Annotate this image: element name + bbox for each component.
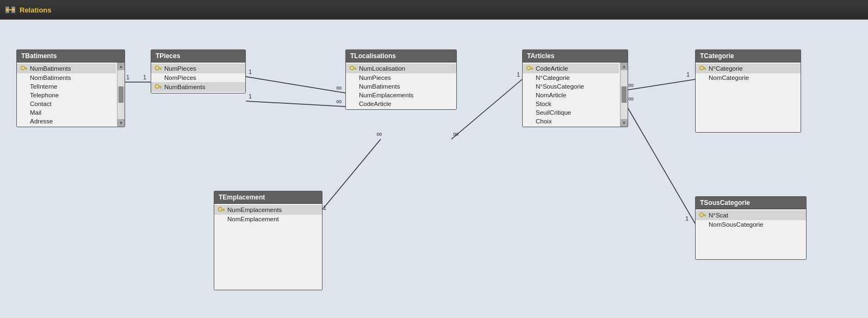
scroll-down[interactable]: ▼ xyxy=(117,119,125,127)
svg-rect-34 xyxy=(160,88,162,89)
title-bar-text: Relations xyxy=(20,6,52,14)
svg-text:1: 1 xyxy=(126,74,129,80)
svg-text:∞: ∞ xyxy=(628,80,634,89)
table-row: NomBatiments xyxy=(17,73,116,82)
scroll-down[interactable]: ▼ xyxy=(621,119,628,127)
svg-rect-36 xyxy=(354,68,356,69)
svg-text:1: 1 xyxy=(143,74,146,80)
table-header-tpieces: TPieces xyxy=(151,50,245,63)
svg-rect-31 xyxy=(160,69,162,70)
key-icon xyxy=(154,83,162,91)
svg-line-8 xyxy=(246,77,345,93)
svg-text:1: 1 xyxy=(249,93,252,99)
svg-rect-39 xyxy=(530,68,533,69)
table-tlocalisations: TLocalisations NumLocalisation NumPieces… xyxy=(345,49,457,110)
key-icon xyxy=(20,65,28,72)
svg-text:∞: ∞ xyxy=(628,94,634,103)
svg-rect-27 xyxy=(24,68,27,69)
table-row: Mail xyxy=(17,108,116,117)
svg-text:1: 1 xyxy=(249,68,252,75)
svg-rect-46 xyxy=(224,210,225,211)
table-row: NumPieces xyxy=(346,73,456,82)
svg-point-26 xyxy=(21,66,25,70)
table-header-tlocalisations: TLocalisations xyxy=(346,50,456,63)
svg-point-35 xyxy=(350,66,354,70)
table-row: NomSousCategorie xyxy=(696,220,806,229)
canvas: 1 1 1 ∞ 1 ∞ 1 ∞ ∞ 1 ∞ 1 ∞ 1 TBatiments xyxy=(0,20,868,318)
svg-line-11 xyxy=(246,101,345,107)
table-row: NomCategorie xyxy=(696,73,801,82)
table-row xyxy=(696,248,806,258)
scroll-up[interactable]: ▲ xyxy=(117,63,125,70)
table-row: N°Categorie xyxy=(696,64,801,73)
table-row: Adresse xyxy=(17,117,116,126)
svg-point-4 xyxy=(12,9,15,11)
svg-point-47 xyxy=(700,213,704,217)
svg-text:∞: ∞ xyxy=(336,97,342,105)
svg-rect-28 xyxy=(26,69,27,70)
scroll-up[interactable]: ▲ xyxy=(621,63,628,70)
svg-line-17 xyxy=(451,79,522,139)
table-row xyxy=(696,92,801,102)
table-row: Stock xyxy=(523,99,619,108)
table-header-templacement: TEmplacement xyxy=(214,191,322,204)
key-icon xyxy=(526,65,534,72)
table-row: Choix xyxy=(523,117,619,126)
table-row: NomEmplacement xyxy=(214,215,322,223)
table-row xyxy=(696,121,801,131)
table-tcategorie: TCategorie N°Categorie NomCategorie xyxy=(695,49,801,133)
table-row: SeuilCritique xyxy=(523,108,619,117)
svg-point-38 xyxy=(527,66,531,70)
svg-text:1: 1 xyxy=(685,215,689,222)
table-row: CodeArticle xyxy=(523,64,619,73)
table-header-tcategorie: TCategorie xyxy=(696,50,801,63)
table-row: N°Scat xyxy=(696,210,806,220)
svg-point-3 xyxy=(6,9,9,11)
table-row: Contact xyxy=(17,99,116,108)
table-tarticles: TArticles CodeArticle N°Categorie N°Sous… xyxy=(522,49,628,127)
table-row: NumPieces xyxy=(151,64,245,73)
table-row: NumBatiments xyxy=(151,82,245,92)
svg-rect-40 xyxy=(532,69,533,70)
svg-line-14 xyxy=(320,139,381,213)
table-row: N°SousCategorie xyxy=(523,82,619,91)
svg-text:1: 1 xyxy=(686,71,690,78)
table-header-tsouscategorie: TSousCategorie xyxy=(696,197,806,209)
key-icon xyxy=(699,65,706,72)
svg-rect-48 xyxy=(703,215,706,216)
table-row: NomArticle xyxy=(523,91,619,99)
table-row: NomPieces xyxy=(151,73,245,82)
svg-rect-37 xyxy=(355,69,356,70)
key-icon xyxy=(349,65,357,72)
key-icon xyxy=(154,65,162,72)
table-templacement: TEmplacement NumEmplacements NomEmplacem… xyxy=(214,191,323,290)
svg-text:1: 1 xyxy=(323,204,326,211)
svg-rect-33 xyxy=(159,86,162,88)
table-header-tbatiments: TBatiments xyxy=(17,50,125,63)
svg-text:∞: ∞ xyxy=(336,83,342,92)
table-row xyxy=(696,229,806,239)
key-icon xyxy=(218,206,225,214)
table-row: NumLocalisation xyxy=(346,64,456,73)
svg-rect-30 xyxy=(159,68,162,69)
relations-icon xyxy=(5,5,15,15)
svg-rect-45 xyxy=(222,209,225,210)
svg-text:∞: ∞ xyxy=(453,129,458,138)
table-header-tarticles: TArticles xyxy=(523,50,628,63)
table-row: NumBatiments xyxy=(17,64,116,73)
table-row xyxy=(696,239,806,248)
table-row xyxy=(696,111,801,121)
svg-point-32 xyxy=(156,85,159,89)
svg-point-44 xyxy=(219,208,222,211)
table-row: N°Categorie xyxy=(523,73,619,82)
table-row: NumEmplacements xyxy=(214,205,322,215)
table-row: CodeArticle xyxy=(346,99,456,108)
table-tpieces: TPieces NumPieces NomPieces NumBatiments xyxy=(151,49,246,93)
svg-point-29 xyxy=(156,66,159,70)
table-tbatiments: TBatiments NumBatiments NomBatiments Tel… xyxy=(16,49,125,127)
svg-rect-49 xyxy=(705,216,706,217)
svg-rect-43 xyxy=(705,69,706,70)
svg-line-20 xyxy=(625,79,695,90)
table-row: Telephone xyxy=(17,91,116,99)
svg-line-23 xyxy=(625,104,695,223)
